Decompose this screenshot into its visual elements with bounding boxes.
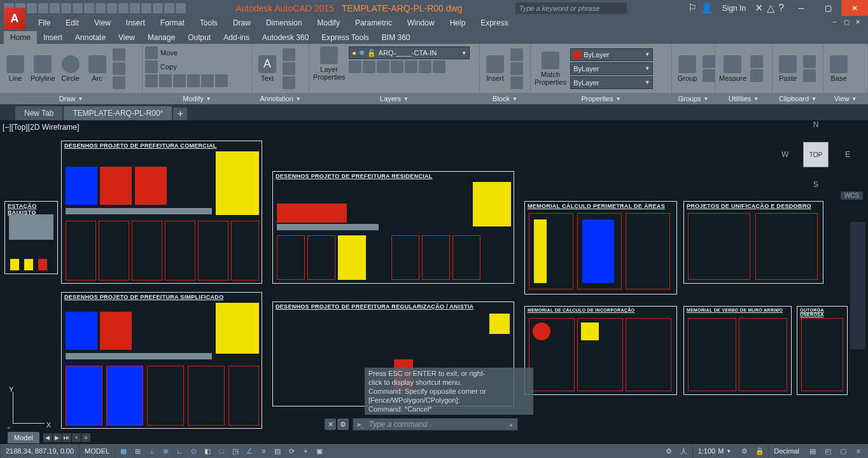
anno-s3[interactable] (283, 76, 295, 89)
menu-dimension[interactable]: Dimension (258, 18, 310, 27)
doc-close-icon[interactable]: ✕ (855, 18, 864, 27)
status-ortho-icon[interactable]: ∟ (172, 445, 186, 457)
layout-menu-icon[interactable]: ≡ (81, 433, 90, 442)
exchange-icon[interactable]: ✕ (755, 2, 763, 14)
layer-s5[interactable] (405, 60, 417, 73)
status-osnap-icon[interactable]: □ (214, 445, 228, 457)
viewcube-w[interactable]: W (781, 150, 788, 159)
tab-view[interactable]: View (112, 31, 141, 44)
status-iso-icon[interactable]: ◧ (200, 445, 214, 457)
panel-modify-label[interactable]: Modify (183, 95, 203, 102)
tab-home[interactable]: Home (4, 31, 37, 44)
tab-express-tools[interactable]: Express Tools (315, 31, 375, 44)
viewcube[interactable]: N S E W TOP (784, 123, 848, 186)
tab-output[interactable]: Output (181, 31, 217, 44)
signin-icon[interactable]: 👤 (701, 2, 713, 14)
model-tab[interactable]: Model (8, 432, 39, 443)
util-s2[interactable] (750, 69, 763, 82)
cmd-history-toggle-icon[interactable]: ▲ (508, 422, 514, 427)
status-cycling-icon[interactable]: ⟳ (284, 445, 298, 457)
menu-file[interactable]: File (31, 18, 58, 27)
tab-insert[interactable]: Insert (37, 31, 69, 44)
tool-polyline[interactable]: Polyline (31, 55, 55, 82)
anno-s2[interactable] (283, 62, 295, 75)
layer-s3[interactable] (377, 60, 389, 73)
menu-format[interactable]: Format (153, 18, 192, 27)
qat-btn-8[interactable] (84, 3, 94, 13)
panel-annotation-label[interactable]: Annotation (260, 95, 293, 102)
draw-small-2[interactable] (113, 62, 125, 75)
file-tab-new[interactable]: New Tab (15, 106, 62, 120)
panel-properties-label[interactable]: Properties (581, 95, 613, 102)
menu-view[interactable]: View (87, 18, 118, 27)
clip-s2[interactable] (803, 69, 816, 82)
qat-btn-13[interactable] (141, 3, 151, 13)
tool-copy[interactable]: Copy (145, 60, 177, 73)
tool-insert-block[interactable]: Insert (484, 55, 507, 82)
status-polar-icon[interactable]: ⊙ (186, 445, 200, 457)
qat-save-icon[interactable] (27, 3, 37, 13)
status-coords[interactable]: 2188.34, 887.19, 0.00 (0, 444, 79, 458)
qat-btn-10[interactable] (107, 3, 117, 13)
tool-move[interactable]: Move (145, 46, 178, 59)
layer-s1[interactable] (349, 60, 361, 73)
navigation-bar[interactable] (850, 222, 865, 349)
panel-layers-label[interactable]: Layers (380, 95, 401, 102)
menu-modify[interactable]: Modify (310, 18, 347, 27)
cmd-close-icon[interactable]: ✕ (325, 419, 336, 430)
ucs-icon[interactable]: X Y ▫ (6, 385, 51, 430)
modify-s5[interactable] (201, 74, 214, 87)
grp-s1[interactable] (703, 55, 715, 68)
doc-minimize-icon[interactable]: ─ (832, 18, 841, 27)
block-s2[interactable] (510, 62, 523, 75)
layout-next-icon[interactable]: ▶ (53, 433, 62, 442)
help-icon[interactable]: ? (778, 3, 784, 14)
panel-view-label[interactable]: View (834, 95, 850, 102)
menu-express[interactable]: Express (473, 18, 515, 27)
tool-text[interactable]: AText (256, 55, 279, 82)
status-ws-switch-icon[interactable]: ⚙ (738, 445, 752, 457)
layer-combo[interactable]: ●❄🔓ARQ-____-CTA-IN▼ (349, 46, 470, 59)
viewcube-e[interactable]: E (845, 150, 850, 159)
tool-layer-properties[interactable]: Layer Properties (313, 46, 345, 81)
qat-btn-9[interactable] (95, 3, 106, 13)
viewport-label[interactable]: [−][Top][2D Wireframe] (3, 123, 79, 132)
qat-undo-icon[interactable] (61, 3, 71, 13)
draw-small-3[interactable] (113, 76, 125, 89)
status-lw-icon[interactable]: ≡ (256, 445, 270, 457)
status-hardware-icon[interactable]: ▤ (806, 445, 820, 457)
tool-measure[interactable]: Measure (719, 55, 746, 82)
status-grid-icon[interactable]: ▦ (116, 445, 130, 457)
tab-annotate[interactable]: Annotate (69, 31, 112, 44)
menu-window[interactable]: Window (400, 18, 442, 27)
modify-s2[interactable] (159, 74, 172, 87)
layout-add-icon[interactable]: + (72, 433, 81, 442)
qat-plot-icon[interactable] (50, 3, 60, 13)
status-otrack-icon[interactable]: ∠ (242, 445, 256, 457)
window-close-button[interactable]: ✕ (841, 0, 868, 16)
grp-s2[interactable] (703, 69, 715, 82)
tab-addins[interactable]: Add-ins (217, 31, 256, 44)
menu-insert[interactable]: Insert (118, 18, 153, 27)
layer-s7[interactable] (433, 60, 445, 73)
layer-s6[interactable] (419, 60, 431, 73)
linetype-combo[interactable]: ByLayer▼ (570, 76, 653, 89)
status-3dosnap-icon[interactable]: ◳ (228, 445, 242, 457)
qat-btn-16[interactable] (176, 3, 186, 13)
autocad-app-icon[interactable]: A (4, 8, 25, 29)
panel-utilities-label[interactable]: Utilities (729, 95, 751, 102)
menu-edit[interactable]: Edit (58, 18, 87, 27)
viewcube-n[interactable]: N (813, 120, 819, 129)
layer-s2[interactable] (363, 60, 375, 73)
panel-groups-label[interactable]: Groups (678, 95, 701, 102)
draw-small-1[interactable] (113, 48, 125, 61)
util-s1[interactable] (750, 55, 763, 68)
clip-s1[interactable] (803, 55, 816, 68)
lineweight-combo[interactable]: ByLayer▼ (570, 62, 653, 75)
color-combo[interactable]: ByLayer▼ (570, 48, 653, 61)
cmd-config-icon[interactable]: ⚙ (337, 419, 349, 430)
menu-tools[interactable]: Tools (192, 18, 225, 27)
tool-base[interactable]: Base (827, 55, 850, 82)
window-minimize-button[interactable]: ─ (788, 0, 815, 16)
status-transparency-icon[interactable]: ▨ (270, 445, 284, 457)
